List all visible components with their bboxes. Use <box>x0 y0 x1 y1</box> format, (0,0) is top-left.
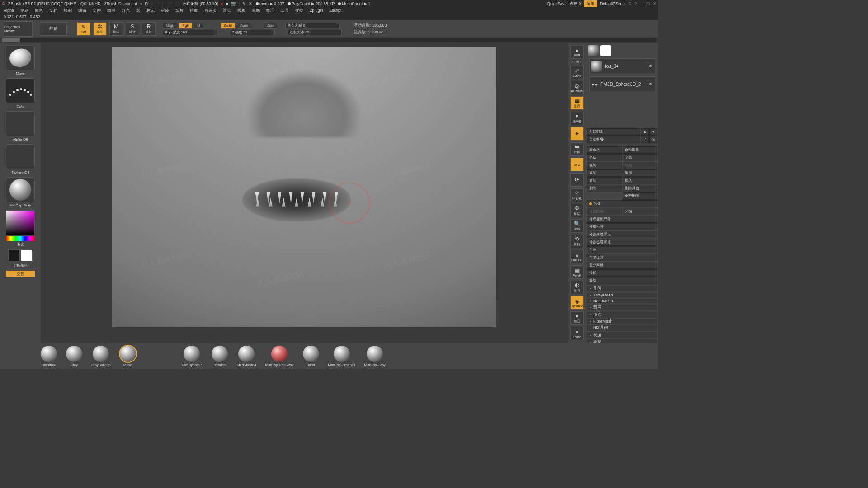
menu-material[interactable]: 材质 <box>161 8 169 14</box>
paste-button[interactable]: 粘贴 <box>623 162 658 169</box>
matcap-skinshade4[interactable]: SkinShade4 <box>237 346 256 367</box>
split-parts-button[interactable]: 分成部分 <box>587 223 657 230</box>
split-masked-button[interactable]: 分割已遮罩点 <box>587 239 657 246</box>
delete-button[interactable]: 删除 <box>587 185 622 192</box>
zoom-view-button[interactable]: 🔍缩放 <box>570 219 584 233</box>
project-button[interactable]: 投影 <box>587 269 657 277</box>
rename-button[interactable]: 重命名 <box>587 146 622 154</box>
move-down-icon[interactable]: ↘ <box>649 136 657 143</box>
close-icon[interactable]: ✕ <box>249 1 252 6</box>
pin-icon[interactable]: ⚲ <box>628 1 632 6</box>
transparency-button[interactable]: ◐透明 <box>570 281 584 294</box>
eye-icon[interactable]: 👁 <box>648 82 653 87</box>
brush-standard[interactable]: Standard <box>41 346 57 367</box>
linefill-button[interactable]: ≡Line Fill <box>570 250 584 263</box>
menu-marker[interactable]: 标记 <box>146 8 155 14</box>
dynamic-button[interactable]: ◈Dynamic <box>570 296 584 310</box>
brush-clay[interactable]: Clay <box>66 346 82 367</box>
tool-thumbnail[interactable] <box>588 45 599 56</box>
brush-move[interactable]: Move <box>120 346 136 367</box>
brush-thumbnail[interactable] <box>6 45 35 70</box>
preview-header[interactable]: 预览 <box>587 312 657 318</box>
layers-header[interactable]: 图层 <box>587 305 657 310</box>
menu-alpha[interactable]: Alpha <box>4 8 14 13</box>
duplicate2-button[interactable]: 复制 <box>587 177 622 184</box>
delete-all-button[interactable]: 全部删除 <box>623 192 658 200</box>
swap-colors-button[interactable]: 交替 <box>6 271 35 277</box>
auto-collapse-button[interactable]: 自动折叠 <box>587 136 640 143</box>
menu-stencil[interactable]: 模板 <box>237 8 245 14</box>
alpha-thumbnail[interactable] <box>6 111 35 136</box>
zcut-toggle[interactable]: Zcut <box>264 23 278 29</box>
center-button[interactable]: ✧中心点 <box>570 188 584 202</box>
camera-icon[interactable]: 📷 <box>231 1 236 6</box>
menu-picker[interactable]: 拾取 <box>190 8 198 14</box>
merge-button[interactable]: 合并 <box>587 246 657 253</box>
all-high-button[interactable]: 全高 <box>623 154 658 161</box>
eye-icon[interactable]: 👁 <box>648 64 653 69</box>
help-icon[interactable]: ? <box>634 1 637 6</box>
z-intensity-slider[interactable]: Z 强度 51 <box>230 30 275 35</box>
extract-button[interactable]: 提取 <box>587 277 657 284</box>
menu-macro[interactable]: 宏 <box>136 8 140 14</box>
matcap-gray[interactable]: MatCap Gray <box>364 346 386 367</box>
rgb-toggle[interactable]: Rgb <box>179 23 192 29</box>
xyz-button[interactable]: XYZ <box>570 158 584 171</box>
focal-shift-slider[interactable]: 焦点衰减 0 <box>285 23 340 28</box>
stroke-thumbnail[interactable] <box>6 78 35 103</box>
menu-file[interactable]: 文件 <box>93 8 101 14</box>
nanomesh-header[interactable]: NanoMesh <box>587 299 657 303</box>
split-unmasked-button[interactable]: 分割未遮罩点 <box>587 231 657 238</box>
top-scroller[interactable] <box>2 38 656 42</box>
menu-movie[interactable]: 影片 <box>175 8 184 14</box>
color-picker[interactable] <box>6 210 35 235</box>
draw-mode-button[interactable]: ✲绘制 <box>93 22 107 36</box>
menu-draw[interactable]: 绘制 <box>64 8 72 14</box>
menu-edit[interactable]: 编辑 <box>78 8 86 14</box>
menu-render[interactable]: 渲染 <box>223 8 231 14</box>
polyframe-button[interactable]: ▦PolyF <box>570 265 584 279</box>
menu-texture[interactable]: 纹理 <box>266 8 274 14</box>
viewport[interactable]: 人人素材社区 人人素材社区 人人素材社区 人人素材社区 人人素材社区 人人素材社… <box>112 47 496 327</box>
matcap-redwax[interactable]: MatCap Red Wax <box>265 346 294 367</box>
rotate-view-button[interactable]: ⟲旋转 <box>570 235 584 248</box>
surface-header[interactable]: 表面 <box>587 332 657 338</box>
rgb-intensity-slider[interactable]: Rgb 强度 100 <box>163 30 217 35</box>
zadd-toggle[interactable]: Zadd <box>221 23 235 29</box>
perspective-button[interactable]: ▦透视 <box>570 96 584 110</box>
mrgb-toggle[interactable]: Mrgb <box>163 23 177 29</box>
arrow-down-icon[interactable]: ▼ <box>649 128 657 136</box>
perspective-value[interactable]: 透视 0 <box>569 1 581 7</box>
brush-claybuildup[interactable]: ClayBuildup <box>91 346 111 367</box>
move-up-icon[interactable]: ↗ <box>641 136 649 143</box>
menu-light[interactable]: 灯光 <box>122 8 130 14</box>
menu-color[interactable]: 颜色 <box>35 8 43 14</box>
bpr-button[interactable]: ●BPR <box>570 45 584 59</box>
tool-thumbnail-2[interactable] <box>600 45 611 56</box>
edit-mode-button[interactable]: ✎Edit <box>77 22 90 36</box>
boolean-button[interactable]: 布尔运算 <box>587 254 657 261</box>
aahalf-button[interactable]: ◎AC:50% <box>570 81 584 94</box>
append-button[interactable]: 追加 <box>623 169 658 177</box>
solo-button[interactable]: ●独立 <box>570 311 584 325</box>
actual-size-button[interactable]: ⤢100% <box>570 66 584 79</box>
menu-stroke[interactable]: 笔触 <box>252 8 260 14</box>
arrow-up-icon[interactable]: ▲ <box>641 128 649 136</box>
draw-size-slider[interactable]: 绘制大小 65 <box>288 30 342 35</box>
group-button[interactable]: 分组 <box>623 208 658 215</box>
split-header[interactable]: 拆分 <box>587 200 657 207</box>
spix-label[interactable]: SPix 3 <box>572 61 581 64</box>
copy-button[interactable]: 复制 <box>587 162 622 169</box>
menu-button[interactable]: 菜单 <box>584 0 597 7</box>
record-icon[interactable]: ● <box>221 1 223 6</box>
material-thumbnail[interactable] <box>6 177 35 202</box>
m-toggle[interactable]: M <box>194 23 203 29</box>
secondary-color-swatch[interactable] <box>21 249 33 261</box>
subtool-row[interactable]: tou_04 👁 <box>589 58 655 74</box>
split-similar-button[interactable]: 分成相似部分 <box>587 216 657 223</box>
switch-color-label[interactable]: 切换颜色 <box>13 263 28 268</box>
lightbox-button[interactable]: 灯箱 <box>40 22 67 36</box>
menu-tool[interactable]: 工具 <box>281 8 289 14</box>
hue-bar[interactable] <box>6 236 35 241</box>
close-window-icon[interactable]: ✕ <box>653 1 656 6</box>
